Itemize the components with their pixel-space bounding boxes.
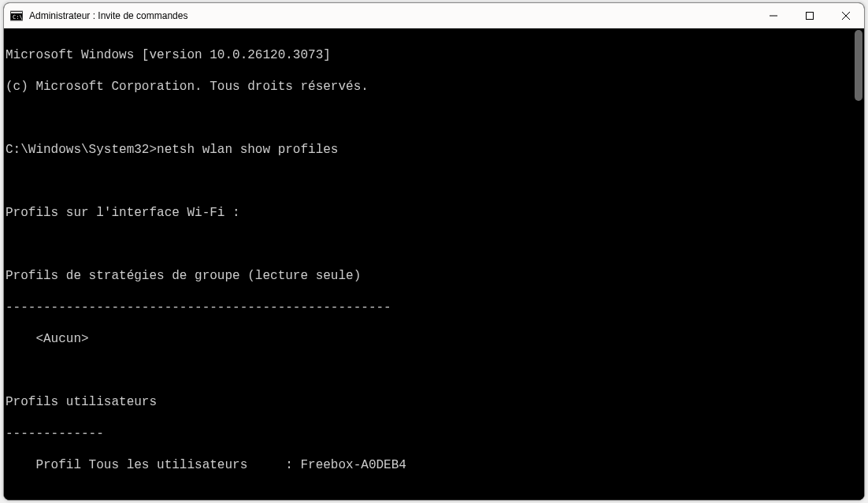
svg-rect-4	[807, 13, 814, 20]
svg-rect-1	[11, 12, 22, 13]
minimize-button[interactable]	[755, 3, 792, 28]
titlebar[interactable]: C:\ Administrateur : Invite de commandes	[4, 3, 864, 28]
terminal-output[interactable]: Microsoft Windows [version 10.0.26120.30…	[4, 28, 853, 501]
output-line	[6, 173, 853, 189]
window-title: Administrateur : Invite de commandes	[29, 10, 187, 21]
output-line	[6, 110, 853, 126]
output-line: <Aucun>	[6, 331, 853, 347]
output-line	[6, 489, 853, 501]
cmd-icon: C:\	[10, 9, 23, 22]
output-line: Profils sur l'interface Wi-Fi :	[6, 205, 853, 221]
scrollbar-thumb[interactable]	[855, 30, 862, 101]
maximize-button[interactable]	[792, 3, 828, 28]
output-line	[6, 237, 853, 252]
output-line: Profils de stratégies de groupe (lecture…	[6, 268, 853, 284]
vertical-scrollbar[interactable]	[853, 28, 864, 501]
output-line: Profils utilisateurs	[6, 394, 853, 410]
command-prompt-window: C:\ Administrateur : Invite de commandes…	[3, 2, 865, 501]
output-line: (c) Microsoft Corporation. Tous droits r…	[6, 79, 853, 95]
terminal-body: Microsoft Windows [version 10.0.26120.30…	[4, 28, 864, 501]
output-line: ----------------------------------------…	[6, 300, 853, 315]
window-controls	[755, 3, 864, 28]
prompt-line: C:\Windows\System32>netsh wlan show prof…	[6, 142, 853, 158]
output-line: Profil Tous les utilisateurs : Freebox-A…	[6, 457, 853, 473]
output-line	[6, 363, 853, 378]
prompt-path: C:\Windows\System32>	[6, 143, 157, 157]
close-button[interactable]	[828, 3, 864, 28]
output-line: Microsoft Windows [version 10.0.26120.30…	[6, 47, 853, 63]
output-line: -------------	[6, 426, 853, 442]
entered-command: netsh wlan show profiles	[157, 143, 338, 157]
svg-text:C:\: C:\	[13, 14, 23, 20]
